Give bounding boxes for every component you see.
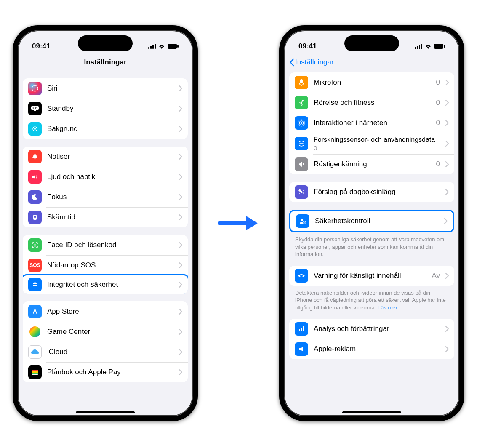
svg-point-12 bbox=[35, 158, 36, 160]
svg-rect-19 bbox=[32, 370, 38, 371]
svg-point-42 bbox=[300, 275, 303, 277]
row-label: Standby bbox=[47, 104, 173, 113]
row-standby[interactable]: 9:41 Standby bbox=[23, 99, 188, 119]
row-label: Interaktioner i närheten bbox=[314, 119, 431, 127]
svg-point-38 bbox=[303, 190, 304, 191]
svg-rect-24 bbox=[417, 46, 418, 49]
settings-list[interactable]: Siri 9:41 Standby Bakgrund Notiser bbox=[18, 71, 193, 416]
svg-rect-34 bbox=[299, 163, 300, 165]
chevron-right-icon bbox=[179, 329, 182, 335]
row-bakgrund[interactable]: Bakgrund bbox=[23, 119, 188, 139]
icloud-icon bbox=[28, 345, 42, 359]
settings-group-1: Siri 9:41 Standby Bakgrund bbox=[23, 78, 188, 139]
chevron-right-icon bbox=[179, 154, 182, 160]
appstore-icon bbox=[28, 305, 42, 318]
row-dagbok[interactable]: Förslag på dagboksinlägg bbox=[289, 182, 454, 202]
row-label: Analys och förbättringar bbox=[314, 325, 440, 333]
svg-rect-28 bbox=[444, 45, 445, 48]
chevron-right-icon bbox=[179, 242, 182, 248]
row-rost[interactable]: Röstigenkänning 0 bbox=[289, 154, 454, 174]
back-button[interactable]: Inställningar bbox=[289, 58, 334, 67]
row-siri[interactable]: Siri bbox=[23, 78, 188, 99]
row-label: Siri bbox=[47, 84, 173, 93]
wallpaper-icon bbox=[28, 122, 42, 136]
privacy-group-safety: Säkerhetskontroll bbox=[289, 210, 454, 232]
row-sakerhet[interactable]: Säkerhetskontroll bbox=[290, 211, 453, 231]
footer-safety: Skydda din personliga säkerhet genom att… bbox=[295, 236, 448, 258]
footer-sensitive-text: Detektera nakenbilder och -videor innan … bbox=[295, 290, 446, 311]
sensitive-content-icon bbox=[295, 269, 308, 283]
svg-point-41 bbox=[303, 221, 306, 224]
row-label: Notiser bbox=[47, 152, 173, 161]
svg-point-17 bbox=[34, 282, 36, 284]
notifications-icon bbox=[28, 150, 42, 163]
journal-icon bbox=[295, 185, 308, 199]
chevron-right-icon bbox=[179, 282, 182, 288]
row-label: Bakgrund bbox=[47, 125, 173, 133]
row-mikrofon[interactable]: Mikrofon 0 bbox=[289, 72, 454, 93]
row-label: Mikrofon bbox=[314, 78, 431, 87]
row-skarmtid[interactable]: Skärmtid bbox=[23, 207, 188, 227]
row-wallet[interactable]: Plånbok och Apple Pay bbox=[23, 362, 188, 382]
screentime-icon bbox=[28, 211, 42, 224]
row-label: Förslag på dagboksinlägg bbox=[314, 188, 440, 196]
svg-rect-4 bbox=[168, 44, 177, 49]
row-label: Skärmtid bbox=[47, 213, 173, 221]
sound-icon bbox=[28, 170, 42, 184]
read-more-link[interactable]: Läs mer… bbox=[378, 304, 403, 311]
battery-icon bbox=[168, 44, 179, 49]
chevron-right-icon bbox=[445, 100, 449, 106]
nav-bar: Inställningar bbox=[284, 54, 459, 71]
row-label: iCloud bbox=[47, 348, 173, 356]
analytics-icon bbox=[295, 322, 308, 336]
svg-point-11 bbox=[34, 128, 36, 130]
row-forskning[interactable]: Forskningssensor- och användningsdata 0 bbox=[289, 133, 454, 154]
privacy-list[interactable]: Mikrofon 0 Rörelse och fitness 0 Interak… bbox=[284, 71, 459, 416]
chevron-right-icon bbox=[445, 326, 449, 332]
row-sub: 0 bbox=[314, 144, 440, 152]
row-integritet[interactable]: Integritet och säkerhet bbox=[23, 274, 188, 294]
row-value: 0 bbox=[436, 78, 440, 87]
safety-check-icon bbox=[296, 214, 309, 228]
standby-icon: 9:41 bbox=[28, 102, 42, 115]
privacy-group-2: Förslag på dagboksinlägg bbox=[289, 182, 454, 202]
row-ljud[interactable]: Ljud och haptik bbox=[23, 167, 188, 187]
row-gamecenter[interactable]: Game Center bbox=[23, 322, 188, 342]
row-varning[interactable]: Varning för känsligt innehåll Av bbox=[289, 266, 454, 286]
row-label: Rörelse och fitness bbox=[314, 99, 431, 107]
row-interaktioner[interactable]: Interaktioner i närheten 0 bbox=[289, 113, 454, 133]
row-label: Fokus bbox=[47, 193, 173, 201]
gamecenter-icon bbox=[28, 325, 42, 339]
row-notiser[interactable]: Notiser bbox=[23, 147, 188, 167]
row-sos[interactable]: SOS Nödanrop SOS bbox=[23, 255, 188, 275]
row-value: 0 bbox=[436, 99, 440, 107]
row-icloud[interactable]: iCloud bbox=[23, 342, 188, 362]
row-label: Nödanrop SOS bbox=[47, 261, 173, 269]
svg-point-40 bbox=[301, 219, 303, 221]
row-fokus[interactable]: Fokus bbox=[23, 187, 188, 207]
right-phone: 09:41 Inställningar Mikrofon 0 bbox=[279, 25, 464, 421]
notch bbox=[344, 35, 399, 51]
svg-rect-23 bbox=[415, 47, 416, 49]
row-appstore[interactable]: App Store bbox=[23, 301, 188, 322]
chevron-right-icon bbox=[179, 369, 182, 375]
svg-rect-44 bbox=[301, 328, 302, 331]
svg-point-6 bbox=[32, 85, 38, 91]
row-label: Apple-reklam bbox=[314, 345, 440, 353]
research-icon bbox=[295, 137, 308, 150]
row-reklam[interactable]: Apple-reklam bbox=[289, 339, 454, 359]
row-faceid[interactable]: Face ID och lösenkod bbox=[23, 235, 188, 255]
row-label: Game Center bbox=[47, 328, 173, 336]
home-indicator bbox=[342, 411, 401, 413]
row-analys[interactable]: Analys och förbättringar bbox=[289, 319, 454, 339]
microphone-icon bbox=[295, 76, 308, 89]
chevron-right-icon bbox=[179, 126, 182, 132]
page-title: Inställningar bbox=[84, 58, 126, 67]
chevron-right-icon bbox=[179, 174, 182, 180]
svg-rect-45 bbox=[303, 326, 304, 331]
chevron-right-icon bbox=[445, 141, 449, 147]
row-label: Säkerhetskontroll bbox=[315, 217, 439, 225]
row-rorelse[interactable]: Rörelse och fitness 0 bbox=[289, 93, 454, 113]
chevron-right-icon bbox=[445, 161, 449, 167]
back-label: Inställningar bbox=[295, 58, 334, 67]
